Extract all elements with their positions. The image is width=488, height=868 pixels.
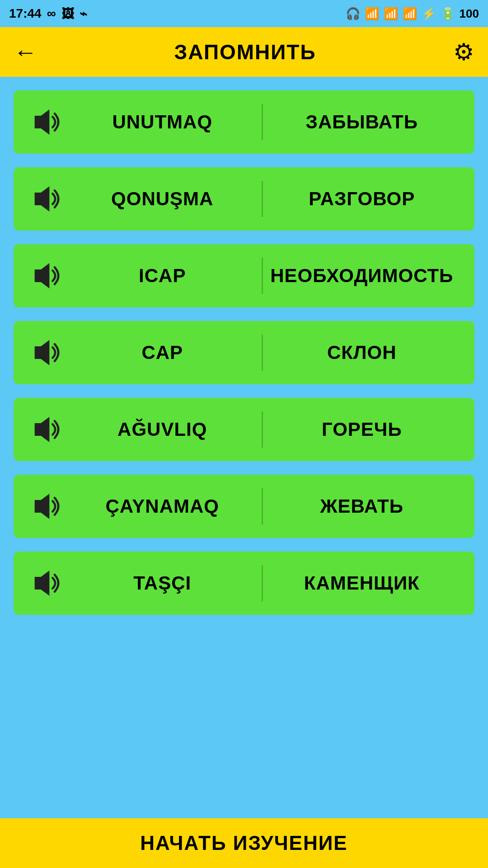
image-icon: 🖼 — [61, 6, 74, 21]
infinity-icon: ∞ — [47, 6, 56, 21]
back-button[interactable]: ← — [14, 38, 37, 66]
battery-level: 100 — [460, 7, 479, 21]
status-bar: 17:44 ∞ 🖼 ⌁ 🎧 📶 📶 📶 ⚡ 🔋 100 — [0, 0, 488, 27]
word-right-7: КАМЕНЩИК — [263, 572, 461, 594]
status-left: 17:44 ∞ 🖼 ⌁ — [9, 6, 87, 21]
word-right-1: ЗАБЫВАТЬ — [263, 111, 461, 133]
word-card-1[interactable]: UNUTMAQ ЗАБЫВАТЬ — [14, 90, 474, 154]
page-title: ЗАПОМНИТЬ — [174, 40, 316, 64]
svg-marker-2 — [35, 263, 50, 288]
svg-marker-4 — [35, 417, 50, 442]
word-left-5: AĞUVLIQ — [63, 419, 262, 440]
word-card-3[interactable]: ICAP НЕОБХОДИМОСТЬ — [14, 244, 474, 307]
start-study-button[interactable]: НАЧАТЬ ИЗУЧЕНИЕ — [140, 832, 347, 854]
word-card-4[interactable]: CAP СКЛОН — [14, 321, 474, 384]
svg-marker-0 — [35, 109, 50, 135]
usb-icon: ⌁ — [80, 6, 87, 21]
svg-marker-5 — [35, 494, 50, 519]
sound-icon-7[interactable] — [27, 565, 63, 601]
status-right: 🎧 📶 📶 📶 ⚡ 🔋 100 — [346, 7, 479, 21]
footer: НАЧАТЬ ИЗУЧЕНИЕ — [0, 818, 488, 868]
settings-button[interactable]: ⚙ — [453, 38, 474, 66]
sound-icon-1[interactable] — [27, 104, 63, 140]
headphone-icon: 🎧 — [346, 7, 360, 21]
word-card-7[interactable]: TAŞÇI КАМЕНЩИК — [14, 552, 474, 615]
word-left-2: QONUŞMA — [63, 188, 262, 210]
word-left-4: CAP — [63, 342, 262, 363]
word-right-2: РАЗГОВОР — [263, 188, 461, 210]
word-left-7: TAŞÇI — [63, 572, 262, 594]
status-time: 17:44 — [9, 6, 42, 21]
sound-icon-3[interactable] — [27, 258, 63, 294]
signal-icon: 📶 — [384, 7, 398, 21]
word-left-6: ÇAYNAMAQ — [63, 495, 262, 517]
signal-3g-icon: 📶 — [403, 7, 417, 21]
sound-icon-4[interactable] — [27, 335, 63, 371]
word-card-6[interactable]: ÇAYNAMAQ ЖЕВАТЬ — [14, 475, 474, 538]
sound-icon-5[interactable] — [27, 411, 63, 448]
battery-icon: 🔋 — [441, 7, 455, 21]
word-card-2[interactable]: QONUŞMA РАЗГОВОР — [14, 167, 474, 231]
word-right-3: НЕОБХОДИМОСТЬ — [263, 265, 461, 287]
svg-marker-3 — [35, 340, 50, 365]
word-right-6: ЖЕВАТЬ — [263, 495, 461, 517]
bolt-icon: ⚡ — [422, 7, 436, 21]
sound-icon-2[interactable] — [27, 181, 63, 217]
svg-marker-1 — [35, 186, 50, 212]
word-card-5[interactable]: AĞUVLIQ ГОРЕЧЬ — [14, 398, 474, 461]
word-right-4: СКЛОН — [263, 342, 461, 363]
word-list: UNUTMAQ ЗАБЫВАТЬ QONUŞMA РАЗГОВОР — [0, 77, 488, 818]
sound-icon-6[interactable] — [27, 488, 63, 524]
wifi-icon: 📶 — [365, 7, 379, 21]
header: ← ЗАПОМНИТЬ ⚙ — [0, 27, 488, 77]
word-left-1: UNUTMAQ — [63, 111, 262, 133]
word-left-3: ICAP — [63, 265, 262, 287]
word-right-5: ГОРЕЧЬ — [263, 419, 461, 440]
svg-marker-6 — [35, 571, 50, 596]
